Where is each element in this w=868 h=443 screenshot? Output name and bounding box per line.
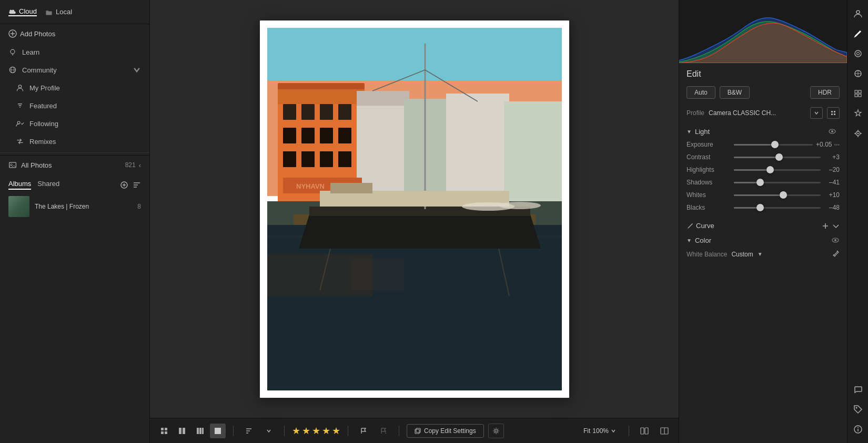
featured-label: Featured xyxy=(29,102,57,110)
sort-albums-icon[interactable] xyxy=(133,181,141,189)
svg-rect-29 xyxy=(320,104,333,120)
highlights-track[interactable] xyxy=(734,169,821,171)
eyedropper-icon[interactable] xyxy=(832,250,840,259)
shadows-slider-row: Shadows –41 xyxy=(687,179,840,186)
sidebar-storage-nav: Cloud Local xyxy=(0,0,149,24)
star-4[interactable]: ★ xyxy=(322,425,330,437)
star-2[interactable]: ★ xyxy=(302,425,310,437)
info-icon[interactable] xyxy=(850,421,866,438)
color-eye-icon[interactable] xyxy=(831,236,840,244)
auto-button[interactable]: Auto xyxy=(687,86,715,99)
grid-medium-view-button[interactable] xyxy=(174,424,190,438)
svg-rect-25 xyxy=(446,94,509,201)
svg-rect-38 xyxy=(338,151,351,167)
edit-settings-button[interactable] xyxy=(488,424,504,438)
star-5[interactable]: ★ xyxy=(332,425,340,437)
optics-panel-icon[interactable] xyxy=(850,65,866,82)
contrast-thumb[interactable] xyxy=(775,153,783,161)
sidebar-item-remixes[interactable]: Remixes xyxy=(0,132,149,150)
star-3[interactable]: ★ xyxy=(312,425,320,437)
fit-label: Fit xyxy=(583,427,590,435)
exposure-more[interactable]: ••• xyxy=(834,142,840,148)
exposure-thumb[interactable] xyxy=(771,141,779,148)
geometry-panel-icon[interactable] xyxy=(850,85,866,102)
highlights-thumb[interactable] xyxy=(766,166,774,173)
reject-button[interactable] xyxy=(376,424,391,438)
fit-button[interactable]: Fit 100% xyxy=(578,425,621,437)
copy-edit-settings-button[interactable]: Copy Edit Settings xyxy=(407,424,484,438)
shadows-track[interactable] xyxy=(734,182,821,183)
shared-tab[interactable]: Shared xyxy=(37,180,59,190)
svg-line-72 xyxy=(385,432,386,434)
profile-row: Profile Camera CLASSIC CH... xyxy=(679,104,847,124)
effects-panel-icon[interactable] xyxy=(850,105,866,122)
blacks-track[interactable] xyxy=(734,207,821,209)
curve-collapse-icon[interactable] xyxy=(832,222,840,230)
profile-dropdown-button[interactable] xyxy=(810,107,823,119)
main-content: NYHAVN xyxy=(150,0,679,443)
sidebar-item-community[interactable]: Community xyxy=(0,61,149,79)
sort-button[interactable] xyxy=(241,424,257,438)
contrast-track[interactable] xyxy=(734,157,821,158)
hdr-button[interactable]: HDR xyxy=(810,86,840,99)
sidebar-item-featured[interactable]: Featured xyxy=(0,97,149,115)
album-item[interactable]: The Lakes | Frozen 8 xyxy=(0,193,149,220)
svg-rect-67 xyxy=(202,428,204,434)
profile-grid-button[interactable] xyxy=(827,107,840,119)
edit-panel: Edit Auto B&W HDR Profile Camera CLASSIC… xyxy=(679,63,847,443)
curve-expand-icon[interactable] xyxy=(822,222,829,230)
white-balance-row: White Balance Custom ▼ xyxy=(679,248,847,261)
white-balance-label: White Balance xyxy=(687,251,727,258)
star-1[interactable]: ★ xyxy=(292,425,300,437)
star-rating[interactable]: ★ ★ ★ ★ ★ xyxy=(292,425,340,437)
color-section-header[interactable]: ▼ Color xyxy=(679,233,847,248)
svg-rect-52 xyxy=(330,183,372,193)
add-photos-button[interactable]: Add Photos xyxy=(0,24,149,43)
comment-icon[interactable] xyxy=(850,381,866,398)
plus-icon xyxy=(8,29,17,38)
shadows-thumb[interactable] xyxy=(756,179,764,186)
bw-button[interactable]: B&W xyxy=(720,86,750,99)
svg-rect-64 xyxy=(183,428,185,434)
contrast-value: +3 xyxy=(821,153,840,161)
light-eye-icon[interactable] xyxy=(828,127,836,136)
blacks-thumb[interactable] xyxy=(756,204,764,211)
svg-rect-56 xyxy=(351,259,404,291)
svg-point-103 xyxy=(855,407,857,409)
grid-large-view-button[interactable] xyxy=(192,424,208,438)
photo-area[interactable]: NYHAVN xyxy=(150,0,679,418)
sort-chevron-button[interactable] xyxy=(261,424,277,438)
curve-icons xyxy=(822,222,840,230)
remixes-label: Remixes xyxy=(29,138,56,146)
albums-tab[interactable]: Albums xyxy=(8,180,31,190)
local-tab[interactable]: Local xyxy=(45,8,72,16)
exposure-track[interactable] xyxy=(734,144,813,146)
split-view-button[interactable] xyxy=(657,424,672,438)
tag-icon[interactable] xyxy=(850,401,866,418)
svg-rect-93 xyxy=(855,90,857,93)
curve-section-header[interactable]: Curve xyxy=(679,218,847,233)
add-album-icon[interactable] xyxy=(120,181,128,189)
cloud-tab[interactable]: Cloud xyxy=(8,7,37,16)
profile-panel-icon[interactable] xyxy=(850,5,866,22)
edit-panel-icon[interactable] xyxy=(850,25,866,42)
svg-rect-35 xyxy=(283,151,296,167)
flag-button[interactable] xyxy=(356,424,371,438)
right-panel: Edit Auto B&W HDR Profile Camera CLASSIC… xyxy=(679,0,868,443)
detail-panel-icon[interactable] xyxy=(850,45,866,62)
sidebar-item-my-profile[interactable]: My Profile xyxy=(0,79,149,97)
whites-track[interactable] xyxy=(734,194,821,196)
grid-small-view-button[interactable] xyxy=(156,424,172,438)
sidebar-item-learn[interactable]: Learn xyxy=(0,43,149,61)
whites-label: Whites xyxy=(687,191,734,199)
all-photos-item[interactable]: All Photos 821 ‹ xyxy=(0,155,149,174)
calibration-panel-icon[interactable] xyxy=(850,125,866,142)
wb-chevron-icon[interactable]: ▼ xyxy=(758,251,763,257)
sidebar-item-following[interactable]: Following xyxy=(0,115,149,132)
light-section-header[interactable]: ▼ Light xyxy=(679,124,847,139)
whites-thumb[interactable] xyxy=(780,191,787,199)
highlights-slider-row: Highlights –20 xyxy=(687,166,840,173)
svg-rect-74 xyxy=(416,428,420,432)
compare-button[interactable] xyxy=(637,424,652,438)
single-view-button[interactable] xyxy=(210,424,226,438)
